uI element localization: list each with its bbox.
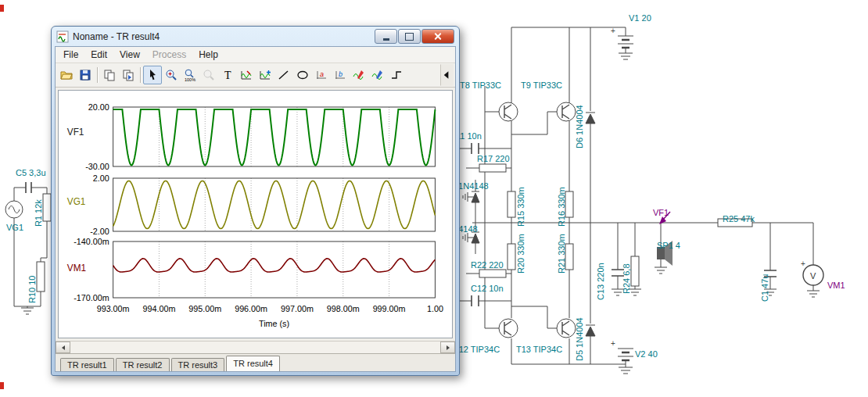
scroll-track[interactable] xyxy=(70,342,440,353)
close-icon xyxy=(434,32,443,41)
tab-tr-result1[interactable]: TR result1 xyxy=(60,358,114,371)
page-corner-mark-bottom xyxy=(0,382,4,389)
text-tool-icon: T xyxy=(221,69,234,81)
text-tool-button[interactable]: T xyxy=(218,66,237,84)
label-r17-220[interactable]: R17 220 xyxy=(477,154,510,164)
line-tool-button[interactable] xyxy=(274,66,293,84)
scroll-right-icon xyxy=(445,345,451,351)
label-sp1-4[interactable]: SP1 4 xyxy=(657,241,680,251)
add-curve-icon xyxy=(259,69,271,81)
copy-special-button[interactable] xyxy=(119,66,138,84)
vm1-plot-box xyxy=(113,241,436,298)
ellipse-tool-button[interactable] xyxy=(293,66,312,84)
tab-tr-result2[interactable]: TR result2 xyxy=(116,358,170,371)
label-c1-47u[interactable]: C1 47u xyxy=(760,274,770,302)
open-button[interactable] xyxy=(57,66,76,84)
plot-svg: 20.00-30.00VF12.00-2.00VG1-140.00m-170.0… xyxy=(59,91,452,338)
marker-blue-button[interactable] xyxy=(368,66,387,84)
label-c5-3-3u[interactable]: C5 3,3u xyxy=(16,168,46,178)
label-t9-tip33c[interactable]: T9 TIP33C xyxy=(521,80,562,91)
zoom-fit-button[interactable] xyxy=(199,66,218,84)
select-cursor-icon xyxy=(146,69,159,81)
toolbar: 100%Tab xyxy=(56,63,455,88)
line-tool-icon xyxy=(278,69,290,81)
scroll-left-icon xyxy=(60,345,66,351)
legend-corner-icon xyxy=(390,69,403,81)
toolbar-separator xyxy=(97,67,98,83)
x-tick-label: 997.00m xyxy=(281,304,314,313)
tab-tr-result4[interactable]: TR result4 xyxy=(226,356,280,371)
menu-help[interactable]: Help xyxy=(192,47,224,63)
x-tick-label: 999.00m xyxy=(373,304,406,313)
zoom-100-button[interactable]: 100% xyxy=(181,66,199,84)
y-axis-min-label: -30.00 xyxy=(85,162,109,171)
cursor-b-icon: b xyxy=(334,69,346,81)
label-d6-1n4004[interactable]: D6 1N4004 xyxy=(575,105,585,148)
label-v1-20[interactable]: V1 20 xyxy=(629,13,651,23)
zoom-in-icon xyxy=(165,69,178,81)
tab-tr-result3[interactable]: TR result3 xyxy=(171,358,225,371)
plot-area: 20.00-30.00VF12.00-2.00VG1-140.00m-170.0… xyxy=(58,90,453,338)
select-cursor-button[interactable] xyxy=(143,66,162,84)
y-axis-min-label: -170.00m xyxy=(74,293,109,302)
cursor-b-button[interactable]: b xyxy=(331,66,350,84)
y-axis-max-label: -140.00m xyxy=(74,237,109,246)
scroll-left-button[interactable] xyxy=(56,342,70,353)
more-tools-icon xyxy=(441,69,453,81)
menu-file[interactable]: File xyxy=(57,47,84,63)
label-r15-330m[interactable]: R15 330m xyxy=(516,187,526,227)
save-button[interactable] xyxy=(76,66,95,84)
label-t12-tip34c[interactable]: T12 TIP34C xyxy=(454,345,500,355)
label-c12-10n[interactable]: C12 10n xyxy=(471,284,504,294)
copy-icon xyxy=(103,69,116,81)
window-title: Noname - TR result4 xyxy=(73,31,160,42)
add-curve-button[interactable] xyxy=(256,66,274,84)
edit-curve-button[interactable] xyxy=(237,66,256,84)
vf1-curve xyxy=(113,109,436,165)
svg-text:b: b xyxy=(339,70,343,78)
menu-edit[interactable]: Edit xyxy=(84,47,113,63)
menu-view[interactable]: View xyxy=(113,47,146,63)
label-vg1[interactable]: VG1 xyxy=(6,223,23,233)
window-body: FileEditViewProcessHelp 100%Tab 20.00-30… xyxy=(55,46,456,372)
copy-special-icon xyxy=(122,69,135,81)
open-icon xyxy=(60,69,73,81)
maximize-button[interactable] xyxy=(398,29,421,44)
menu-bar: FileEditViewProcessHelp xyxy=(56,47,455,63)
marker-red-button[interactable] xyxy=(350,66,368,84)
zoom-in-button[interactable] xyxy=(162,66,181,84)
label-r25-47k[interactable]: R25 47k xyxy=(723,214,755,224)
label-r20-330m[interactable]: R20 330m xyxy=(516,234,526,274)
y-axis-min-label: -2.00 xyxy=(90,227,109,236)
label-t8-tip33c[interactable]: T8 TIP33C xyxy=(460,80,501,91)
app-icon xyxy=(56,30,69,43)
label-v2-40[interactable]: V2 40 xyxy=(635,349,658,359)
more-tools-button[interactable] xyxy=(440,64,454,86)
legend-corner-button[interactable] xyxy=(387,66,406,84)
label-d5-1n4004[interactable]: D5 1N4004 xyxy=(575,317,585,361)
label-r22-220[interactable]: R22 220 xyxy=(471,260,504,270)
label-r10-10[interactable]: R10 10 xyxy=(27,276,38,303)
label-r16-330m[interactable]: R16 330m xyxy=(557,187,567,227)
label-r21-330m[interactable]: R21 330m xyxy=(557,234,567,274)
label-t13-tip34c[interactable]: T13 TIP34C xyxy=(516,345,562,355)
svg-text:a: a xyxy=(320,70,324,78)
x-tick-label: 1.00 xyxy=(427,304,443,313)
copy-button[interactable] xyxy=(100,66,119,84)
label-r24-6-8[interactable]: R24 6,8 xyxy=(622,263,632,294)
window-controls xyxy=(375,29,454,44)
ellipse-tool-icon xyxy=(296,69,309,81)
close-button[interactable] xyxy=(421,29,454,44)
horizontal-scrollbar[interactable] xyxy=(56,341,455,353)
minimize-button[interactable] xyxy=(375,29,397,44)
scroll-right-button[interactable] xyxy=(440,342,455,353)
x-tick-label: 993.00m xyxy=(97,304,130,313)
cursor-a-button[interactable]: a xyxy=(312,66,331,84)
label-vm1[interactable]: VM1 xyxy=(827,281,845,291)
zoom-fit-icon xyxy=(203,69,215,81)
label-c13-220n[interactable]: C13 220n xyxy=(596,263,606,300)
label-r1-12k[interactable]: R1 12k xyxy=(34,199,44,227)
label-vf1[interactable]: VF1 xyxy=(653,208,669,218)
title-bar[interactable]: Noname - TR result4 xyxy=(52,27,459,46)
zoom-100-icon: 100% xyxy=(184,69,196,81)
